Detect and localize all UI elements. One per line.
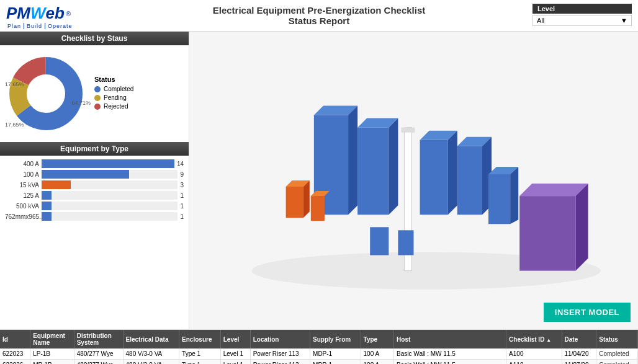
table-row: 622026 MP-1B 480/277 Wye 480 V/3-0 VA Ty… <box>0 360 638 365</box>
bar-fill <box>42 191 52 200</box>
bar-row: 125 A 1 <box>5 191 184 200</box>
cell-electrical: 480 V/3-0 VA <box>123 348 179 360</box>
col-checklist-id[interactable]: Checklist ID ▲ <box>506 330 562 348</box>
checklist-section: Checklist by Staus 17.65% <box>0 32 189 142</box>
model-area: INSERT MODEL <box>189 32 638 329</box>
cell-distribution: 480/277 Wye <box>74 348 123 360</box>
col-status[interactable]: Status <box>596 330 638 348</box>
cell-checklist-id: A100 <box>506 348 562 360</box>
pending-dot <box>94 95 101 101</box>
equipment-body: 400 A 14 100 A 9 15 kVA 3 125 A 1 500 kV <box>0 156 189 226</box>
table-body: 622023 LP-1B 480/277 Wye 480 V/3-0 VA Ty… <box>0 348 638 364</box>
col-host[interactable]: Host <box>394 330 506 348</box>
col-supply-from[interactable]: Supply From <box>310 330 361 348</box>
bar-label: 500 kVA <box>5 203 39 210</box>
logo-area: PM W eb ® Plan Build Operate <box>6 4 73 29</box>
bar-container <box>42 202 177 210</box>
bar-value: 14 <box>177 161 184 167</box>
svg-rect-20 <box>488 174 510 224</box>
cell-level: Level 1 <box>220 360 250 365</box>
svg-marker-7 <box>576 184 588 271</box>
data-table: Id EquipmentName DistributionSystem Elec… <box>0 330 638 364</box>
bar-row: 15 kVA 3 <box>5 180 184 189</box>
cell-date: 11/07/20 <box>562 360 596 365</box>
cell-electrical: 480 V/3-0 VA <box>123 360 179 365</box>
col-electrical[interactable]: Electrical Data <box>123 330 179 348</box>
bar-label: 125 A <box>5 192 39 199</box>
level-value: All <box>537 17 544 24</box>
cell-supply-from: MDP-1 <box>310 348 361 360</box>
bar-fill <box>42 170 129 179</box>
bar-value: 1 <box>180 213 184 220</box>
svg-marker-13 <box>389 118 398 215</box>
cell-status: Completed <box>596 360 638 365</box>
cell-location: Power Riser 113 <box>250 360 310 365</box>
bar-label: 15 kVA <box>5 182 39 189</box>
bar-container <box>42 159 174 168</box>
level-select[interactable]: All ▼ <box>532 15 632 26</box>
cell-date: 11/04/20 <box>562 348 596 360</box>
bar-fill <box>42 202 52 210</box>
bar-row: 500 kVA 1 <box>5 202 184 210</box>
bar-container <box>42 212 177 221</box>
svg-rect-23 <box>286 187 303 218</box>
cell-equipment-name: MP-1B <box>30 360 74 365</box>
rejected-label: Rejected <box>104 103 128 110</box>
bar-container <box>42 180 177 189</box>
col-level[interactable]: Level <box>220 330 250 348</box>
table-row: 622023 LP-1B 480/277 Wye 480 V/3-0 VA Ty… <box>0 348 638 360</box>
rejected-dot <box>94 104 101 110</box>
donut-label-pending: 17.65% <box>5 81 24 87</box>
bar-container <box>42 191 177 200</box>
cell-type: 100 A <box>361 348 394 360</box>
cell-host: Basic Wall : MW 11.5 <box>394 348 506 360</box>
cell-checklist-id: A110 <box>506 360 562 365</box>
cell-enclosure: Type 1 <box>179 348 221 360</box>
logo-reg: ® <box>66 10 71 17</box>
insert-model-button[interactable]: INSERT MODEL <box>544 303 631 322</box>
completed-label: Completed <box>104 86 133 92</box>
donut-chart: 17.65% 17.65% 64.71% <box>2 50 89 137</box>
svg-rect-31 <box>398 230 413 255</box>
col-equipment-name[interactable]: EquipmentName <box>30 330 74 348</box>
logo-tagline: Plan Build Operate <box>6 23 73 29</box>
svg-rect-29 <box>401 128 415 133</box>
svg-rect-11 <box>357 128 389 215</box>
col-date[interactable]: Date <box>562 330 596 348</box>
svg-rect-30 <box>370 227 389 255</box>
svg-marker-25 <box>303 180 310 218</box>
col-id[interactable]: Id <box>0 330 30 348</box>
completed-dot <box>94 86 101 92</box>
equipment-section: Equipment by Type 400 A 14 100 A 9 15 kV… <box>0 142 189 226</box>
cell-location: Power Riser 113 <box>250 348 310 360</box>
table-section[interactable]: Id EquipmentName DistributionSystem Elec… <box>0 329 638 364</box>
level-label: Level <box>532 4 632 14</box>
bar-value: 1 <box>180 192 184 199</box>
col-distribution[interactable]: DistributionSystem <box>74 330 123 348</box>
cell-host: Basic Wall : MW 11.5 <box>394 360 506 365</box>
col-location[interactable]: Location <box>250 330 310 348</box>
col-type[interactable]: Type <box>361 330 394 348</box>
cell-type: 100 A <box>361 360 394 365</box>
svg-marker-22 <box>510 167 518 224</box>
bar-row: 100 A 9 <box>5 170 184 179</box>
bar-value: 9 <box>180 171 184 178</box>
logo-eb: eb <box>46 4 65 23</box>
donut-label-rejected: 17.65% <box>5 122 24 128</box>
svg-rect-5 <box>519 196 575 271</box>
cell-level: Level 1 <box>220 348 250 360</box>
legend-rejected: Rejected <box>94 103 133 110</box>
bar-row: 400 A 14 <box>5 159 184 168</box>
bar-fill <box>42 159 174 168</box>
cell-id: 622026 <box>0 360 30 365</box>
main-title: Electrical Equipment Pre-Energization Ch… <box>213 5 426 16</box>
svg-marker-16 <box>448 131 457 215</box>
svg-marker-10 <box>348 106 357 215</box>
bar-label: 400 A <box>5 161 39 167</box>
table-header-row: Id EquipmentName DistributionSystem Elec… <box>0 330 638 348</box>
equipment-header: Equipment by Type <box>0 142 189 156</box>
col-enclosure[interactable]: Enclosure <box>179 330 221 348</box>
bar-container <box>42 170 177 179</box>
donut-label-completed: 64.71% <box>71 100 91 106</box>
legend: Status Completed Pending Rejected <box>94 76 133 112</box>
